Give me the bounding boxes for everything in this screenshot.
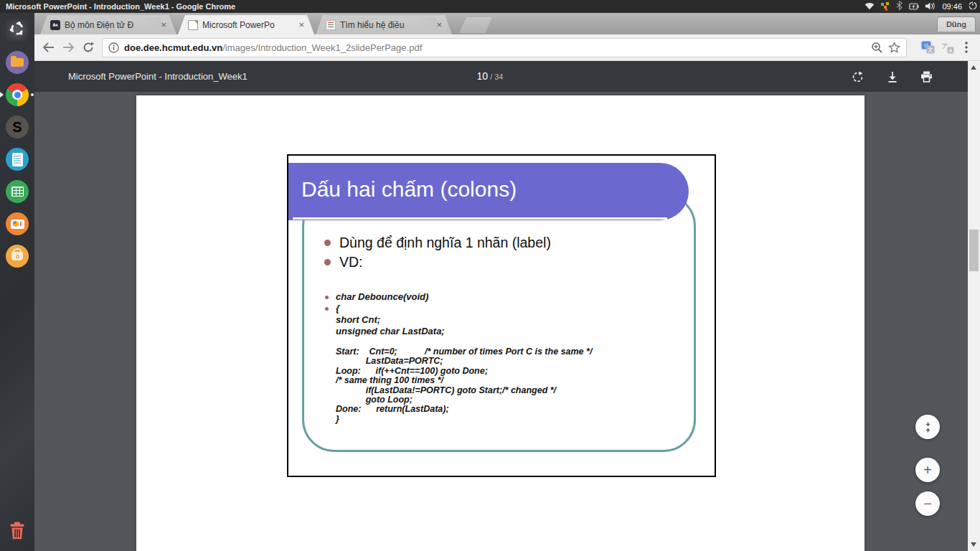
slide-bullet-item: VD: (324, 254, 363, 270)
code-bullet-dot (325, 307, 329, 311)
code-line: { (336, 303, 445, 314)
files-icon (6, 51, 29, 74)
svg-text:A: A (948, 47, 952, 54)
favicon-tim-hieu (326, 20, 336, 30)
back-button[interactable] (40, 39, 56, 55)
favicon-bo-mon (50, 20, 60, 30)
code-line: Done: return(LastData); (336, 405, 592, 414)
vertical-scrollbar[interactable] (968, 61, 980, 551)
code-line: /* same thing 100 times */ (336, 376, 592, 385)
impress-icon (6, 212, 29, 235)
slide-bullet-item: Dùng để định nghĩa 1 nhãn (label) (324, 235, 551, 251)
bullet-dot (324, 259, 331, 265)
wifi-icon[interactable] (864, 0, 875, 13)
writer-icon (6, 148, 29, 171)
launcher-item-libreoffice-impress[interactable] (6, 212, 29, 235)
tab-title-fade (142, 17, 161, 32)
scroll-up-icon[interactable] (971, 65, 976, 70)
ubuntu-logo-icon (9, 20, 26, 40)
code-line: goto Loop; (336, 395, 592, 405)
calc-icon (6, 180, 29, 203)
total-pages: 34 (494, 72, 503, 81)
url-text[interactable]: doe.dee.hcmut.edu.vn/images/Introduction… (124, 42, 866, 53)
slide-title-banner: Dấu hai chấm (colons) (288, 163, 689, 220)
profile-button[interactable]: Dũng (937, 17, 976, 32)
forward-button[interactable] (60, 39, 76, 55)
pdf-page: Dấu hai chấm (colons) Dùng để định nghĩa… (136, 95, 864, 551)
download-button[interactable] (885, 69, 900, 85)
extension-a-icon[interactable]: アA (940, 39, 956, 55)
launcher-item-ubuntu-software[interactable] (6, 245, 29, 268)
system-tray: 09:46 (864, 0, 977, 13)
code-line: short Cnt; (336, 314, 445, 326)
zoom-out-button[interactable]: − (915, 491, 940, 516)
page-indicator[interactable]: 10 / 34 (443, 61, 537, 93)
clock-text[interactable]: 09:46 (942, 2, 962, 11)
system-titlebar: Microsoft PowerPoint - Introduction_Week… (0, 0, 980, 13)
pdf-viewer-canvas[interactable]: Dấu hai chấm (colons) Dùng để định nghĩa… (34, 92, 968, 551)
code-block-declaration: char Debounce(void) { short Cnt; unsigne… (336, 291, 445, 337)
zoom-in-button[interactable]: + (915, 458, 940, 482)
page-separator: / (488, 72, 494, 81)
tab-close-icon[interactable]: × (298, 20, 304, 29)
volume-icon[interactable] (925, 0, 936, 13)
new-tab-button[interactable] (459, 17, 492, 33)
launcher-item-sublime-text[interactable]: S (6, 116, 29, 138)
bullet-text: Dùng để định nghĩa 1 nhãn (label) (339, 235, 551, 251)
tab-close-icon[interactable]: × (161, 20, 166, 29)
print-button[interactable] (918, 69, 934, 85)
bullet-text: VD: (339, 254, 363, 270)
pdf-document-title: Microsoft PowerPoint - Introduction_Week… (68, 61, 248, 92)
code-line: LastData=PORTC; (336, 357, 592, 366)
tab-strip: Bộ môn Điện tử Đ × Microsoft PowerPo × T… (34, 13, 980, 34)
bluetooth-icon[interactable] (896, 0, 903, 13)
trash-icon (9, 529, 26, 542)
code-line: char Debounce(void) (336, 291, 445, 303)
software-center-icon (6, 245, 29, 268)
title-underline (293, 217, 667, 220)
url-path: /images/Introduction_Week1_2slidePerPage… (222, 42, 422, 53)
code-line: unsigned char LastData; (336, 326, 445, 337)
battery-icon[interactable] (909, 0, 919, 13)
bullet-dot (324, 240, 331, 246)
svg-text:ア: ア (941, 42, 948, 50)
launcher-item-libreoffice-writer[interactable] (6, 148, 29, 171)
launcher-item-trash[interactable] (9, 522, 26, 542)
translate-extension-icon[interactable]: G文 (920, 39, 936, 55)
launcher-item-libreoffice-calc[interactable] (6, 180, 29, 203)
session-indicator-icon[interactable] (969, 0, 977, 13)
zoom-page-icon[interactable] (871, 42, 883, 54)
rotate-button[interactable] (849, 69, 865, 85)
browser-toolbar: doe.dee.hcmut.edu.vn/images/Introduction… (34, 34, 980, 61)
code-line: } (336, 415, 592, 424)
tab-tim-hieu-he-dieu[interactable]: Tìm hiểu hệ điều × (316, 15, 452, 34)
code-bullet-dot (325, 296, 329, 299)
tab-close-icon[interactable]: × (436, 20, 442, 29)
tab-microsoft-powerpoint[interactable]: Microsoft PowerPo × (178, 15, 314, 34)
code-line: if(LastData!=PORTC) goto Start;/* change… (336, 386, 592, 395)
tab-bo-mon-dien-tu[interactable]: Bộ môn Điện tử Đ × (40, 15, 176, 34)
launcher-active-pip-left (0, 92, 4, 98)
keyboard-layout-icon[interactable] (881, 2, 890, 11)
launcher-item-ubuntu-dash[interactable] (6, 19, 29, 42)
svg-text:文: 文 (928, 47, 933, 53)
launcher-focus-pip-right (31, 93, 34, 96)
tab-title-fade (418, 17, 436, 32)
scrollbar-thumb[interactable] (969, 230, 979, 271)
browser-menu-icon[interactable] (958, 39, 974, 55)
reload-button[interactable] (80, 39, 96, 55)
bookmark-star-icon[interactable] (888, 42, 900, 54)
current-page[interactable]: 10 (477, 70, 489, 82)
window-title: Microsoft PowerPoint - Introduction_Week… (6, 0, 235, 13)
slide-title: Dấu hai chấm (colons) (301, 163, 517, 216)
tab-title-fade (280, 17, 298, 32)
chrome-icon (6, 83, 29, 106)
launcher-item-files[interactable] (6, 51, 29, 74)
favicon-pdf-document (188, 20, 198, 30)
address-omnibox[interactable]: doe.dee.hcmut.edu.vn/images/Introduction… (102, 38, 907, 57)
launcher-item-chrome[interactable] (6, 83, 29, 106)
page-info-icon[interactable] (108, 42, 119, 53)
pdf-toolbar: Microsoft PowerPoint - Introduction_Week… (34, 61, 968, 92)
fit-to-page-button[interactable] (915, 415, 940, 439)
scroll-down-icon[interactable] (971, 542, 976, 547)
